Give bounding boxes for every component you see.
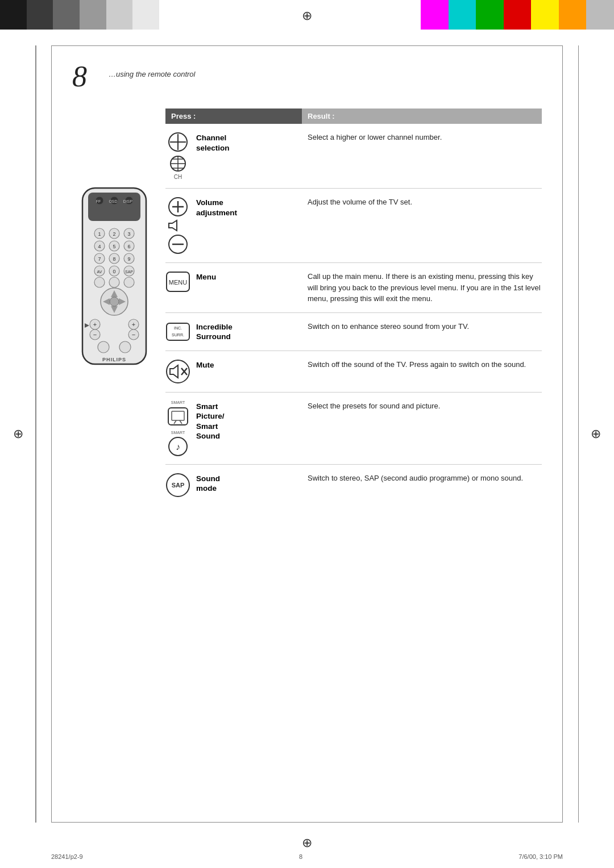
footer-page-number: 8 (299, 853, 302, 860)
subtitle-text: …using the remote control (109, 70, 195, 78)
table-header: Press : Result : (165, 108, 542, 124)
smart-icon: SMART SMART ♪ (165, 400, 190, 456)
color-block-4 (80, 0, 106, 30)
soundmode-press-col: SAP Soundmode (165, 473, 302, 498)
svg-rect-77 (168, 408, 188, 425)
svg-text:+: + (132, 321, 135, 328)
channel-press-col: CH Channelselection (165, 132, 302, 180)
svg-text:2: 2 (113, 231, 115, 237)
svg-text:5: 5 (113, 244, 115, 249)
svg-text:8: 8 (113, 256, 115, 262)
mute-press-col: Mute (165, 359, 302, 384)
mute-icon (165, 359, 190, 384)
smart-result: Select the presets for sound and picture… (302, 400, 542, 412)
table-row: Mute Switch off the sound of the TV. Pre… (165, 351, 542, 393)
top-bar-right (421, 0, 614, 30)
table-row: CH Channelselection Select a higher or l… (165, 124, 542, 189)
svg-text:OSD: OSD (109, 199, 117, 203)
color-block-2 (27, 0, 53, 30)
channel-label: Channelselection (196, 132, 230, 153)
soundmode-icon: SAP (165, 473, 190, 498)
channel-icon: CH (165, 132, 190, 180)
svg-text:−: − (93, 331, 97, 338)
color-block-cyan (449, 0, 476, 30)
color-block-5 (106, 0, 133, 30)
soundmode-label: Soundmode (196, 473, 220, 494)
footer-right: 7/6/00, 3:10 PM (518, 853, 563, 860)
result-column-header: Result : (302, 108, 542, 124)
crosshair-top (299, 8, 315, 24)
svg-text:INC.: INC. (174, 326, 182, 330)
color-block-green (476, 0, 504, 30)
svg-marker-65 (169, 220, 177, 231)
crosshair-right (588, 426, 604, 442)
color-block-yellow (531, 0, 559, 30)
main-content-box: 8 …using the remote control FF OSD DISP … (51, 45, 563, 823)
svg-text:9: 9 (127, 256, 130, 262)
crosshair-bottom (299, 835, 315, 851)
svg-point-40 (110, 297, 119, 306)
smart-label: SmartPicture/SmartSound (196, 400, 225, 441)
svg-text:7: 7 (98, 256, 101, 262)
footer: 28241/p2-9 8 7/6/00, 3:10 PM (0, 853, 614, 860)
svg-text:PHILIPS: PHILIPS (102, 357, 126, 362)
channel-result: Select a higher or lower channel number. (302, 132, 542, 143)
svg-text:SAP: SAP (125, 270, 133, 274)
table-rows: CH Channelselection Select a higher or l… (165, 124, 542, 506)
svg-text:4: 4 (98, 244, 101, 249)
svg-text:−: − (132, 331, 135, 338)
svg-text:0: 0 (113, 269, 115, 274)
svg-point-34 (124, 277, 134, 287)
svg-text:3: 3 (127, 231, 130, 237)
svg-line-80 (180, 420, 182, 424)
soundmode-result: Switch to stereo, SAP (second audio prog… (302, 473, 542, 484)
mute-label: Mute (196, 359, 214, 370)
color-block-magenta (421, 0, 449, 30)
volume-icon (165, 197, 190, 254)
svg-point-52 (119, 341, 131, 353)
table-row: Volumeadjustment Adjust the volume of th… (165, 189, 542, 263)
chapter-number: 8 (72, 62, 87, 91)
smart-press-col: SMART SMART ♪ (165, 400, 302, 456)
svg-line-79 (174, 420, 176, 424)
surround-result: Switch on to enhance stereo sound from y… (302, 321, 542, 332)
surround-press-col: INC. SURR. IncredibleSurround (165, 321, 302, 343)
menu-icon: MENU (165, 271, 190, 293)
table-row: SAP Soundmode Switch to stereo, SAP (sec… (165, 465, 542, 506)
menu-label: Menu (196, 271, 216, 282)
crosshair-left (10, 426, 26, 442)
volume-label: Volumeadjustment (196, 197, 237, 218)
press-column-header: Press : (165, 108, 302, 124)
table-row: INC. SURR. IncredibleSurround Switch on … (165, 313, 542, 351)
svg-point-51 (98, 341, 109, 353)
volume-press-col: Volumeadjustment (165, 197, 302, 254)
svg-text:MENU: MENU (169, 279, 187, 286)
svg-rect-78 (172, 411, 184, 420)
svg-text:6: 6 (127, 244, 130, 249)
color-block-3 (53, 0, 80, 30)
svg-text:♪: ♪ (176, 442, 180, 452)
surround-icon: INC. SURR. (165, 321, 190, 343)
menu-press-col: MENU Menu (165, 271, 302, 293)
side-line-right (578, 45, 579, 823)
table-row: MENU Menu Call up the main menu. If ther… (165, 263, 542, 313)
color-block-1 (0, 0, 27, 30)
top-bar-left (0, 0, 159, 30)
content-table: Press : Result : (165, 108, 542, 802)
svg-text:1: 1 (98, 231, 101, 237)
svg-text:+: + (93, 321, 97, 328)
mute-result: Switch off the sound of the TV. Press ag… (302, 359, 542, 370)
remote-control-image: FF OSD DISP 1 2 3 4 5 6 7 8 9 AV (72, 182, 160, 387)
svg-marker-74 (170, 365, 178, 378)
svg-text:SURR.: SURR. (172, 333, 184, 337)
menu-result: Call up the main menu. If there is an ex… (302, 271, 542, 304)
svg-text:SAP: SAP (172, 482, 185, 489)
color-block-6 (132, 0, 159, 30)
color-block-orange (559, 0, 587, 30)
color-block-gray (586, 0, 614, 30)
svg-text:AV: AV (97, 270, 102, 274)
color-block-red (504, 0, 532, 30)
svg-point-32 (94, 277, 105, 287)
table-row: SMART SMART ♪ (165, 393, 542, 465)
svg-text:FF: FF (96, 199, 101, 203)
